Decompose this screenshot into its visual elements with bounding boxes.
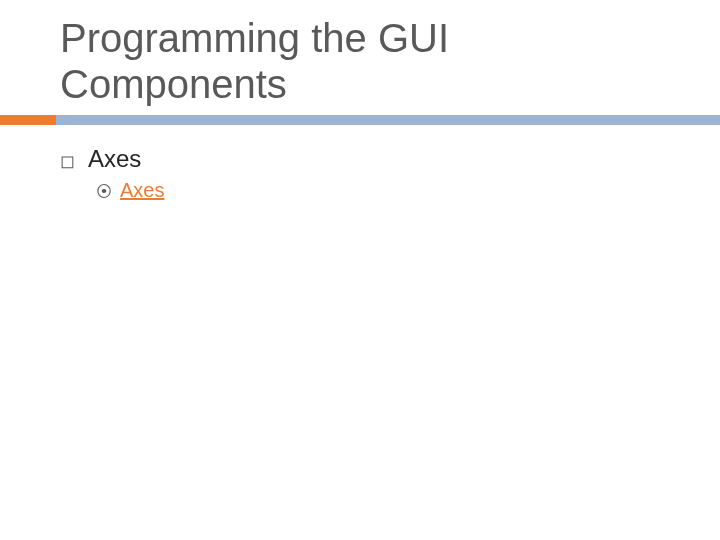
page-title: Programming the GUI Components: [60, 15, 680, 107]
title-rule: [0, 115, 720, 125]
list-item: ◻ Axes: [60, 145, 680, 173]
axes-link[interactable]: Axes: [120, 179, 164, 202]
square-bullet-icon: ◻: [60, 149, 88, 173]
list-item-label: Axes: [88, 145, 141, 173]
list-item: ⦿ Axes: [96, 179, 680, 202]
body-content: ◻ Axes ⦿ Axes: [60, 145, 680, 202]
accent-rule-blue: [56, 115, 720, 125]
slide: Programming the GUI Components ◻ Axes ⦿ …: [0, 0, 720, 540]
circle-dot-bullet-icon: ⦿: [96, 182, 120, 202]
accent-rule-orange: [0, 115, 56, 125]
